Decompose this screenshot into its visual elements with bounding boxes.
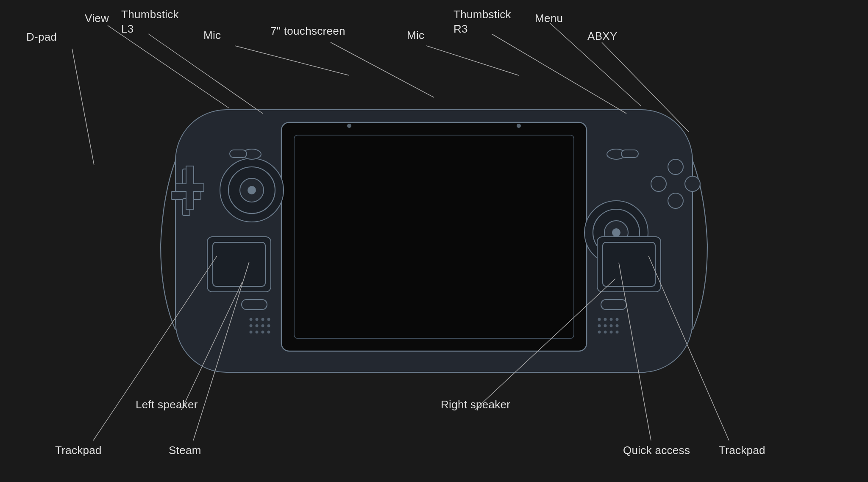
svg-point-32 xyxy=(262,318,264,321)
label-touchscreen: 7" touchscreen xyxy=(270,25,345,38)
label-thumbstick-l3: Thumbstick L3 xyxy=(121,8,179,36)
svg-point-44 xyxy=(610,318,613,321)
svg-point-40 xyxy=(262,331,264,334)
svg-rect-24 xyxy=(207,237,271,292)
svg-point-39 xyxy=(256,331,259,334)
svg-point-48 xyxy=(610,324,613,327)
svg-point-36 xyxy=(262,324,264,327)
svg-point-31 xyxy=(256,318,259,321)
label-view: View xyxy=(85,12,109,25)
label-thumbstick-r3: Thumbstick R3 xyxy=(453,8,511,36)
svg-point-47 xyxy=(604,324,607,327)
svg-point-22 xyxy=(651,176,666,191)
label-mic-left: Mic xyxy=(203,29,221,42)
svg-point-21 xyxy=(668,193,683,208)
svg-point-35 xyxy=(256,324,259,327)
svg-rect-26 xyxy=(597,237,661,292)
svg-rect-29 xyxy=(601,299,626,310)
svg-point-20 xyxy=(668,159,683,175)
label-quick-access: Quick access xyxy=(623,444,690,457)
svg-point-38 xyxy=(250,331,253,334)
svg-point-41 xyxy=(267,331,270,334)
label-trackpad-right: Trackpad xyxy=(719,444,765,457)
svg-point-37 xyxy=(267,324,270,327)
svg-point-30 xyxy=(250,318,253,321)
svg-rect-28 xyxy=(242,299,267,310)
svg-point-17 xyxy=(612,228,620,237)
svg-point-43 xyxy=(604,318,607,321)
label-mic-right: Mic xyxy=(407,29,424,42)
svg-line-61 xyxy=(426,46,519,75)
svg-point-54 xyxy=(347,124,351,128)
svg-rect-2 xyxy=(294,135,574,338)
label-abxy: ABXY xyxy=(587,30,618,43)
label-trackpad-left: Trackpad xyxy=(55,444,102,457)
svg-rect-19 xyxy=(621,150,638,158)
svg-point-6 xyxy=(248,186,256,194)
device-illustration: .dev { fill: none; stroke: #6a7a8a; stro… xyxy=(137,76,731,406)
svg-point-33 xyxy=(267,318,270,321)
svg-point-45 xyxy=(616,318,619,321)
label-menu: Menu xyxy=(535,12,563,25)
svg-line-59 xyxy=(235,46,349,75)
svg-point-49 xyxy=(616,324,619,327)
svg-point-34 xyxy=(250,324,253,327)
svg-point-50 xyxy=(598,331,601,334)
label-left-speaker: Left speaker xyxy=(136,398,198,411)
diagram-container: .dev { fill: none; stroke: #6a7a8a; stro… xyxy=(0,0,868,482)
svg-point-42 xyxy=(598,318,601,321)
label-dpad: D-pad xyxy=(26,30,57,44)
svg-line-56 xyxy=(72,49,94,165)
svg-point-46 xyxy=(598,324,601,327)
label-right-speaker: Right speaker xyxy=(441,398,510,411)
svg-point-51 xyxy=(604,331,607,334)
svg-point-53 xyxy=(616,331,619,334)
svg-rect-13 xyxy=(230,150,247,158)
svg-point-55 xyxy=(517,124,521,128)
svg-point-52 xyxy=(610,331,613,334)
svg-point-23 xyxy=(685,176,700,191)
label-steam: Steam xyxy=(169,444,201,457)
